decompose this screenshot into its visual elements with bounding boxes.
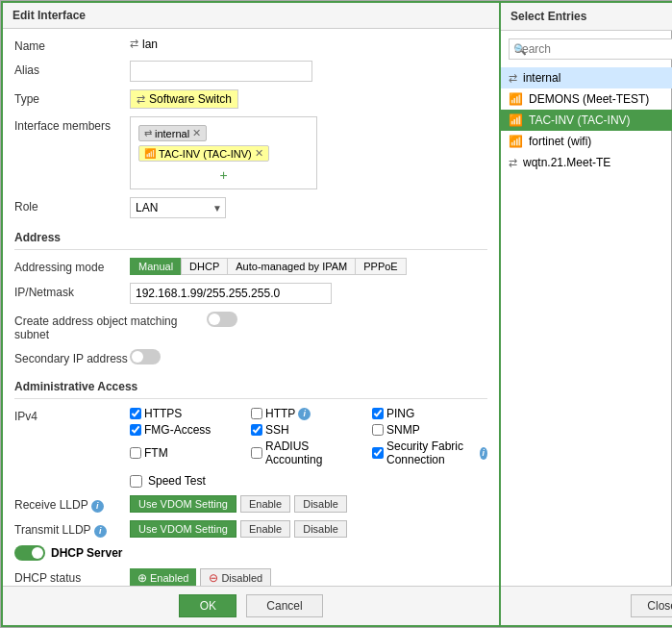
cb-snmp-input[interactable] [372, 424, 384, 436]
entry-demons[interactable]: 📶 DEMONS (Meet-TEST) [501, 88, 672, 110]
disabled-circle-icon: ⊖ [209, 571, 218, 585]
ipv4-row: IPv4 HTTPS HTTP i [14, 407, 487, 466]
entry-internal[interactable]: ⇄ internal [501, 67, 672, 88]
transmit-lldp-enable-btn[interactable]: Enable [240, 520, 290, 538]
alias-input[interactable] [130, 61, 312, 82]
entries-list: ⇄ internal 📶 DEMONS (Meet-TEST) 📶 TAC-IN… [501, 67, 672, 586]
addressing-mode-control: Manual DHCP Auto-managed by IPAM PPPoE [130, 258, 487, 275]
ipv4-control: HTTPS HTTP i PING FMG [130, 407, 487, 466]
dhcp-server-toggle-row: DHCP Server [14, 545, 487, 561]
cb-ping-input[interactable] [372, 408, 384, 419]
cb-fmg-input[interactable] [130, 424, 141, 436]
type-icon: ⇄ [137, 93, 145, 106]
role-control: LAN WAN DMZ ▼ [130, 197, 487, 218]
type-row: Type ⇄ Software Switch [14, 89, 487, 109]
speed-test-label: Speed Test [148, 474, 206, 488]
receive-lldp-enable-btn[interactable]: Enable [240, 495, 290, 513]
entry-label-internal: internal [523, 71, 560, 85]
speed-test-checkbox[interactable] [130, 475, 142, 488]
entry-icon-internal: ⇄ [509, 72, 517, 85]
add-member-btn[interactable]: + [137, 167, 311, 183]
cb-ftm-input[interactable] [130, 447, 141, 459]
entry-label-wqtn: wqtn.21.Meet-TE [523, 156, 610, 169]
member-icon-tacinv: 📶 [144, 148, 156, 159]
member-internal: ⇄ internal ✕ [137, 123, 311, 143]
create-addr-obj-row: Create address object matching subnet [14, 312, 487, 341]
speed-test-control: Speed Test [130, 474, 487, 488]
cb-http: HTTP i [251, 407, 366, 420]
search-input[interactable] [509, 38, 672, 60]
name-row: Name ⇄ lan [14, 37, 487, 53]
transmit-lldp-buttons: Use VDOM Setting Enable Disable [130, 520, 487, 538]
right-panel-title-text: Select Entries [510, 10, 586, 23]
mode-manual-btn[interactable]: Manual [130, 258, 181, 275]
ip-netmask-row: IP/Netmask [14, 283, 487, 304]
member-label-internal: internal [155, 128, 189, 139]
secondary-ip-knob [132, 351, 143, 363]
cb-radius-input[interactable] [251, 447, 262, 459]
cb-ssh-input[interactable] [251, 424, 262, 436]
enabled-label: Enabled [150, 572, 188, 584]
interface-members-label: Interface members [14, 116, 130, 133]
entry-icon-tacinv: 📶 [509, 113, 523, 127]
dhcp-disabled-btn[interactable]: ⊖ Disabled [200, 568, 271, 586]
cb-http-label: HTTP [265, 407, 295, 420]
secfab-info-icon[interactable]: i [480, 447, 487, 460]
dhcp-status-label: DHCP status [14, 568, 130, 585]
speed-test-spacer [14, 474, 130, 477]
members-box: ⇄ internal ✕ 📶 TAC-INV (TAC-INV) ✕ [130, 116, 317, 189]
cb-secfab-input[interactable] [372, 447, 384, 459]
type-label: Type [14, 89, 130, 106]
receive-lldp-control: Use VDOM Setting Enable Disable [130, 495, 487, 513]
cb-http-input[interactable] [251, 408, 262, 419]
right-panel-title: Select Entries × [501, 3, 672, 31]
search-box: 🔍 [509, 38, 672, 60]
right-close-button[interactable]: Close [631, 594, 672, 617]
name-control: ⇄ lan [130, 37, 487, 51]
mode-pppoe-btn[interactable]: PPPoE [355, 258, 406, 275]
remove-tacinv-btn[interactable]: ✕ [255, 147, 263, 160]
role-label: Role [14, 197, 130, 214]
ip-netmask-input[interactable] [130, 283, 332, 304]
create-addr-obj-label: Create address object matching subnet [14, 312, 207, 341]
receive-lldp-label: Receive LLDP i [14, 495, 130, 513]
entry-icon-fortinet-wifi: 📶 [509, 135, 523, 148]
main-container: Edit Interface Name ⇄ lan Alias [0, 0, 672, 628]
entry-tacinv[interactable]: 📶 TAC-INV (TAC-INV) [501, 110, 672, 131]
speed-test-row: Speed Test [14, 474, 487, 488]
member-icon-internal: ⇄ [144, 128, 152, 138]
cb-https-input[interactable] [130, 408, 141, 419]
remove-internal-btn[interactable]: ✕ [192, 127, 201, 139]
receive-lldp-info-icon[interactable]: i [91, 500, 104, 513]
member-tacinv: 📶 TAC-INV (TAC-INV) ✕ [137, 143, 311, 163]
cancel-button[interactable]: Cancel [246, 594, 322, 617]
entry-fortinet-wifi[interactable]: 📶 fortinet (wifi) [501, 131, 672, 152]
create-addr-obj-control [207, 312, 487, 330]
dhcp-status-control: ⊕ Enabled ⊖ Disabled [130, 568, 487, 586]
receive-lldp-buttons: Use VDOM Setting Enable Disable [130, 495, 487, 513]
dhcp-enabled-btn[interactable]: ⊕ Enabled [130, 568, 196, 586]
select-entries-panel: Select Entries × 🔍 ⇄ internal 📶 DEMONS (… [501, 1, 672, 627]
cb-fmg: FMG-Access [130, 423, 245, 437]
alias-row: Alias [14, 61, 487, 82]
entry-wqtn[interactable]: ⇄ wqtn.21.Meet-TE [501, 152, 672, 173]
bottom-bar: OK Cancel [3, 586, 499, 625]
role-select[interactable]: LAN WAN DMZ [130, 197, 226, 218]
create-addr-toggle[interactable] [207, 312, 237, 327]
receive-lldp-vdom-btn[interactable]: Use VDOM Setting [130, 495, 236, 513]
alias-control [130, 61, 487, 82]
ip-netmask-control [130, 283, 487, 304]
transmit-lldp-info-icon[interactable]: i [94, 525, 107, 538]
receive-lldp-disable-btn[interactable]: Disable [294, 495, 347, 513]
secondary-ip-toggle[interactable] [130, 349, 161, 364]
mode-dhcp-btn[interactable]: DHCP [181, 258, 227, 275]
transmit-lldp-disable-btn[interactable]: Disable [294, 520, 347, 538]
member-tag-internal: ⇄ internal ✕ [138, 125, 207, 141]
dhcp-server-main-toggle[interactable] [14, 545, 45, 561]
http-info-icon[interactable]: i [298, 408, 311, 420]
mode-ipam-btn[interactable]: Auto-managed by IPAM [227, 258, 355, 275]
transmit-lldp-vdom-btn[interactable]: Use VDOM Setting [130, 520, 236, 538]
cb-ftm: FTM [130, 440, 245, 466]
ok-button[interactable]: OK [179, 594, 236, 617]
addressing-mode-label: Addressing mode [14, 258, 130, 274]
